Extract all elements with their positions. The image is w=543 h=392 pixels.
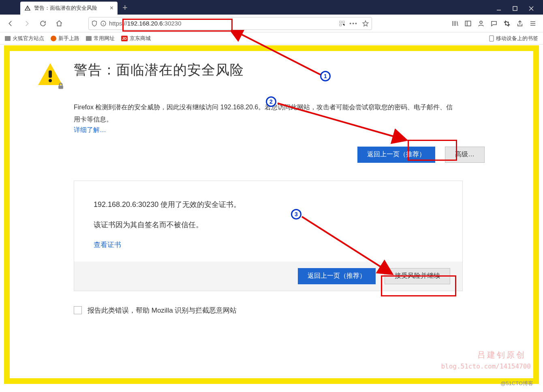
nav-home-button[interactable] [53, 17, 66, 30]
bookmark-item[interactable]: 火狐官方站点 [5, 35, 44, 42]
share-icon[interactable] [516, 20, 524, 27]
bookmark-label: 新手上路 [58, 35, 79, 42]
folder-icon [86, 36, 92, 41]
bookmark-item[interactable]: 常用网址 [86, 35, 115, 42]
advanced-button[interactable]: 高级… [445, 147, 485, 163]
jd-icon: JD [121, 36, 128, 41]
library-icon[interactable] [451, 20, 459, 27]
svg-rect-3 [343, 21, 345, 23]
browser-tab[interactable]: 警告：面临潜在的安全风险 × [20, 2, 118, 15]
learn-more-link[interactable]: 详细了解… [74, 126, 106, 133]
go-back-button[interactable]: 返回上一页（推荐） [357, 147, 435, 163]
warning-tab-icon [24, 5, 31, 11]
bookmark-label: 移动设备上的书签 [496, 35, 538, 42]
tab-close-icon[interactable]: × [110, 4, 113, 12]
svg-point-6 [480, 21, 482, 23]
account-icon[interactable] [477, 20, 485, 27]
bookmark-star-icon[interactable] [362, 20, 369, 27]
bookmark-label: 常用网址 [94, 35, 115, 42]
report-checkbox[interactable] [74, 306, 82, 314]
minimize-icon[interactable] [496, 6, 502, 11]
new-tab-button[interactable]: + [122, 2, 128, 13]
window-titlebar: 警告：面临潜在的安全风险 × + [0, 0, 543, 15]
report-error-row[interactable]: 报告此类错误，帮助 Mozilla 识别与拦截恶意网站 [74, 306, 509, 315]
crop-icon[interactable] [503, 20, 511, 27]
info-icon[interactable] [100, 20, 107, 27]
cert-detail-line: 192.168.20.6:30230 使用了无效的安全证书。 [94, 200, 443, 209]
firefox-icon [51, 36, 56, 41]
accept-risk-button[interactable]: 接受风险并继续 [385, 268, 450, 284]
window-controls [496, 6, 543, 15]
bookmark-item[interactable]: JD京东商城 [121, 35, 151, 42]
svg-point-9 [49, 79, 52, 82]
url-text[interactable]: https://192.168.20.6:30230 [109, 20, 336, 27]
url-host: 192.168.20.6 [127, 20, 163, 27]
svg-rect-7 [490, 36, 494, 41]
url-scheme: https:// [109, 20, 127, 27]
go-back-button-2[interactable]: 返回上一页（推荐） [298, 268, 376, 284]
menu-icon[interactable] [529, 20, 537, 27]
svg-rect-2 [340, 21, 342, 23]
address-bar-row: https://192.168.20.6:30230 ••• [0, 15, 543, 32]
cert-detail-line: 该证书因为其自签名而不被信任。 [94, 220, 443, 230]
warning-paragraph: Firefox 检测到潜在的安全威胁，因此没有继续访问 192.168.20.6… [74, 101, 455, 126]
folder-icon [5, 36, 11, 41]
tab-title: 警告：面临潜在的安全风险 [34, 4, 107, 12]
nav-back-button[interactable] [4, 17, 17, 30]
qr-icon[interactable] [339, 20, 345, 27]
bookmark-item[interactable]: 新手上路 [51, 35, 79, 42]
svg-rect-4 [340, 24, 342, 26]
shield-icon [91, 20, 98, 27]
nav-forward-button[interactable] [20, 17, 33, 30]
nav-reload-button[interactable] [36, 17, 49, 30]
bookmark-mobile[interactable]: 移动设备上的书签 [489, 35, 538, 42]
chat-icon[interactable] [490, 20, 498, 27]
sidebar-icon[interactable] [464, 20, 472, 27]
bookmarks-bar: 火狐官方站点 新手上路 常用网址 JD京东商城 移动设备上的书签 [0, 32, 543, 45]
advanced-details-panel: 192.168.20.6:30230 使用了无效的安全证书。 该证书因为其自签名… [74, 181, 463, 291]
bookmark-label: 京东商城 [130, 35, 151, 42]
svg-rect-5 [465, 21, 471, 26]
report-label: 报告此类错误，帮助 Mozilla 识别与拦截恶意网站 [88, 306, 237, 315]
warning-heading: 警告：面临潜在的安全风险 [74, 61, 244, 79]
page-actions-icon[interactable]: ••• [349, 20, 358, 27]
close-icon[interactable] [528, 6, 534, 11]
lock-icon [57, 82, 65, 90]
warning-icon [38, 63, 62, 87]
view-certificate-link[interactable]: 查看证书 [94, 240, 443, 249]
page-content-frame: 警告：面临潜在的安全风险 Firefox 检测到潜在的安全威胁，因此没有继续访问… [4, 45, 539, 384]
url-field[interactable]: https://192.168.20.6:30230 ••• [88, 17, 372, 30]
svg-rect-8 [49, 70, 52, 78]
svg-rect-10 [58, 85, 63, 89]
url-port: :30230 [163, 20, 182, 27]
svg-rect-0 [513, 6, 517, 11]
mobile-icon [489, 35, 494, 42]
bookmark-label: 火狐官方站点 [13, 35, 44, 42]
maximize-icon[interactable] [512, 6, 518, 11]
